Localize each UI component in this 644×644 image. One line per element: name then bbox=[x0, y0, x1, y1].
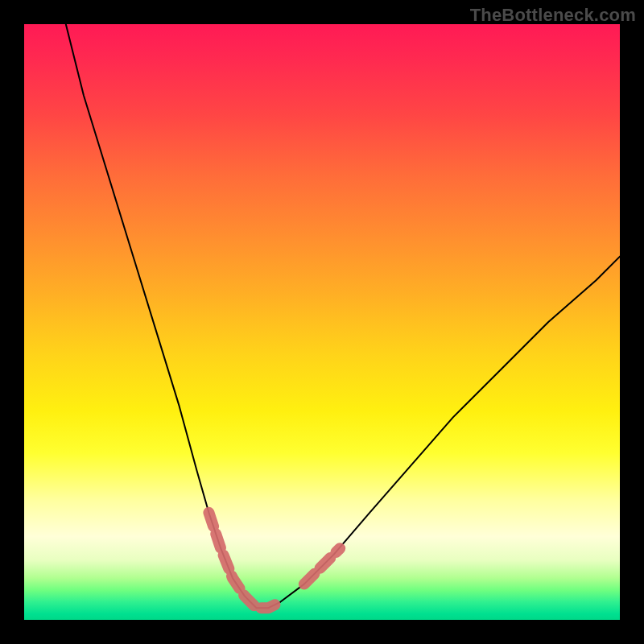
chart-svg bbox=[24, 24, 620, 620]
highlight-left bbox=[208, 513, 280, 608]
highlight-right bbox=[304, 548, 340, 584]
chart-area bbox=[24, 24, 620, 620]
bottleneck-curve bbox=[66, 24, 620, 608]
watermark-text: TheBottleneck.com bbox=[470, 5, 636, 26]
